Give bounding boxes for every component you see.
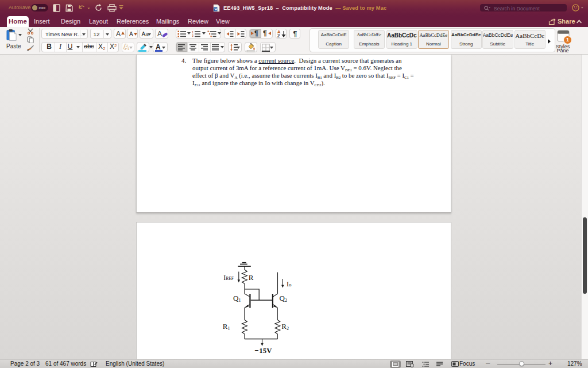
svg-text:1: 1: [192, 30, 194, 34]
svg-text:2: 2: [192, 34, 194, 37]
